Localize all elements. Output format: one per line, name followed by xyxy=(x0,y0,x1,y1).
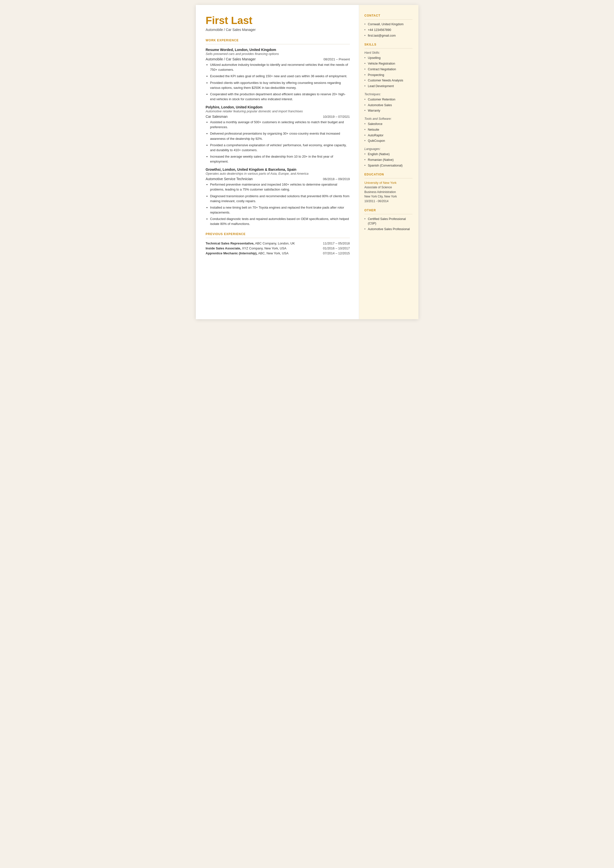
technique-customer-retention: Customer Retention xyxy=(364,97,412,102)
skill-vehicle-registration: Vehicle Registration xyxy=(364,61,412,66)
left-column: First Last Automobile / Car Sales Manage… xyxy=(196,5,359,319)
job-1-bullet-4: Cooperated with the production departmen… xyxy=(210,92,350,102)
job-3-bullet-2: Diagnosed transmission problems and reco… xyxy=(210,194,350,203)
previous-jobs: Technical Sales Representative, ABC Comp… xyxy=(206,242,350,255)
other-title: OTHER xyxy=(364,209,412,212)
techniques-label: Techniques: xyxy=(364,93,412,96)
job-2-title-row: Car Salesman 10/2019 – 07/2021 xyxy=(206,115,350,118)
skills-title: SKILLS xyxy=(364,43,412,46)
prev-job-2-label: Inside Sales Associate, XYZ Company, New… xyxy=(206,247,287,250)
skill-lead-development: Lead Development xyxy=(364,84,412,89)
tools-list: Salesforce Netsuite AutoRaptor QuikCoupo… xyxy=(364,122,412,143)
job-1-title: Automobile / Car Sales Manager xyxy=(206,57,256,61)
work-experience-title: WORK EXPERIENCE xyxy=(206,39,350,42)
skills-section: SKILLS Hard Skills: Upselling Vehicle Re… xyxy=(364,43,412,168)
languages-list: English (Native) Romanian (Native) Spani… xyxy=(364,152,412,168)
job-2-tagline: Automotive retailer featuring popular do… xyxy=(206,109,350,113)
other-item-1: Certified Sales Professional (CSP) xyxy=(364,217,412,226)
other-list: Certified Sales Professional (CSP) Autom… xyxy=(364,217,412,231)
skill-customer-needs-analysis: Customer Needs Analysis xyxy=(364,78,412,83)
contact-section: CONTACT Cornwall, United Kingdom +44 123… xyxy=(364,14,412,38)
job-3-title: Automotive Service Technician xyxy=(206,177,253,181)
previous-experience-title: PREVIOUS EXPERIENCE xyxy=(206,232,350,236)
prev-job-1-row: Technical Sales Representative, ABC Comp… xyxy=(206,242,350,245)
other-divider xyxy=(364,214,412,214)
technique-warranty: Warranty xyxy=(364,109,412,113)
job-1-bullet-3: Provided clients with opportunities to b… xyxy=(210,81,350,90)
languages-label: Languages: xyxy=(364,147,412,151)
right-column: CONTACT Cornwall, United Kingdom +44 123… xyxy=(359,5,419,319)
contact-phone: +44 1234567890 xyxy=(364,28,412,33)
job-3-bullet-1: Performed preventive maintenance and ins… xyxy=(210,182,350,192)
education-school: University of New York xyxy=(364,181,412,185)
job-2-bullet-3: Provided a comprehensive explanation of … xyxy=(210,143,350,153)
prev-job-1-label: Technical Sales Representative, ABC Comp… xyxy=(206,242,295,245)
skill-prospecting: Prospecting xyxy=(364,73,412,78)
job-2: Polyhire, London, United Kingdom Automot… xyxy=(206,105,350,164)
resume-page: First Last Automobile / Car Sales Manage… xyxy=(196,5,419,319)
education-location: New York City, New York xyxy=(364,194,412,199)
education-title: EDUCATION xyxy=(364,173,412,176)
job-3-bullets: Performed preventive maintenance and ins… xyxy=(210,182,350,227)
education-degree: Associate of Science xyxy=(364,185,412,190)
other-item-2: Automotive Sales Professional xyxy=(364,227,412,231)
prev-job-3-label: Apprentice Mechanic (Internship), ABC, N… xyxy=(206,252,288,255)
language-spanish: Spanish (Conversational) xyxy=(364,163,412,168)
tool-salesforce: Salesforce xyxy=(364,122,412,126)
job-1-bullets: Utilized automotive industry knowledge t… xyxy=(210,62,350,102)
job-3-dates: 06/2018 – 09/2019 xyxy=(323,177,350,181)
job-2-bullet-4: Increased the average weekly sales of th… xyxy=(210,154,350,164)
job-1: Resume Worded, London, United Kingdom Se… xyxy=(206,48,350,102)
job-2-dates: 10/2019 – 07/2021 xyxy=(323,115,350,118)
other-section: OTHER Certified Sales Professional (CSP)… xyxy=(364,209,412,231)
job-1-company: Resume Worded, London, United Kingdom xyxy=(206,48,350,52)
candidate-name: First Last xyxy=(206,15,350,26)
job-3-bullet-3: Installed a new timing belt on 70+ Toyot… xyxy=(210,205,350,215)
job-2-company: Polyhire, London, United Kingdom xyxy=(206,105,350,109)
work-experience-divider xyxy=(206,44,350,44)
education-section: EDUCATION University of New York Associa… xyxy=(364,173,412,203)
technique-automotive-sales: Automotive Sales xyxy=(364,103,412,108)
job-1-tagline: Sells preowned cars and provides financi… xyxy=(206,52,350,56)
prev-job-1-dates: 11/2017 – 05/2018 xyxy=(323,242,350,245)
hard-skills-list: Upselling Vehicle Registration Contract … xyxy=(364,56,412,89)
language-romanian: Romanian (Native) xyxy=(364,158,412,162)
job-2-bullets: Assisted a monthly average of 500+ custo… xyxy=(210,120,350,164)
tool-autoraptor: AutoRaptor xyxy=(364,133,412,138)
prev-job-3-row: Apprentice Mechanic (Internship), ABC, N… xyxy=(206,252,350,255)
tool-netsuite: Netsuite xyxy=(364,127,412,132)
job-1-dates: 08/2021 – Present xyxy=(323,57,350,61)
tools-label: Tools and Software: xyxy=(364,117,412,121)
language-english: English (Native) xyxy=(364,152,412,157)
job-1-bullet-2: Exceeded the KPI sales goal of selling 1… xyxy=(210,74,350,79)
contact-divider xyxy=(364,19,412,20)
job-3-title-row: Automotive Service Technician 06/2018 – … xyxy=(206,177,350,181)
prev-job-3-dates: 07/2014 – 12/2015 xyxy=(323,252,350,255)
skill-contract-negotiation: Contract Negotiation xyxy=(364,67,412,72)
techniques-list: Customer Retention Automotive Sales Warr… xyxy=(364,97,412,113)
education-field: Business Administration xyxy=(364,190,412,194)
candidate-subtitle: Automobile / Car Sales Manager xyxy=(206,28,350,32)
contact-address: Cornwall, United Kingdom xyxy=(364,22,412,27)
contact-email: first.last@gmail.com xyxy=(364,33,412,38)
job-2-title: Car Salesman xyxy=(206,115,228,118)
tool-quikcoupon: QuikCoupon xyxy=(364,138,412,143)
job-3-company: Growthsi, London, United Kingdom & Barce… xyxy=(206,168,350,171)
job-1-title-row: Automobile / Car Sales Manager 08/2021 –… xyxy=(206,57,350,61)
education-dates: 10/2011 - 06/2014 xyxy=(364,199,412,203)
job-3-bullet-4: Conducted diagnostic tests and repaired … xyxy=(210,216,350,227)
contact-title: CONTACT xyxy=(364,14,412,17)
job-2-bullet-2: Delivered professional presentations by … xyxy=(210,131,350,141)
job-2-bullet-1: Assisted a monthly average of 500+ custo… xyxy=(210,120,350,130)
education-divider xyxy=(364,178,412,179)
prev-job-2-row: Inside Sales Associate, XYZ Company, New… xyxy=(206,247,350,250)
job-3-tagline: Operates auto dealerships in various par… xyxy=(206,172,350,175)
hard-skills-label: Hard Skills: xyxy=(364,51,412,54)
contact-list: Cornwall, United Kingdom +44 1234567890 … xyxy=(364,22,412,38)
job-3: Growthsi, London, United Kingdom & Barce… xyxy=(206,168,350,227)
job-1-bullet-1: Utilized automotive industry knowledge t… xyxy=(210,62,350,72)
prev-job-2-dates: 01/2016 – 10/2017 xyxy=(323,247,350,250)
skill-upselling: Upselling xyxy=(364,56,412,61)
